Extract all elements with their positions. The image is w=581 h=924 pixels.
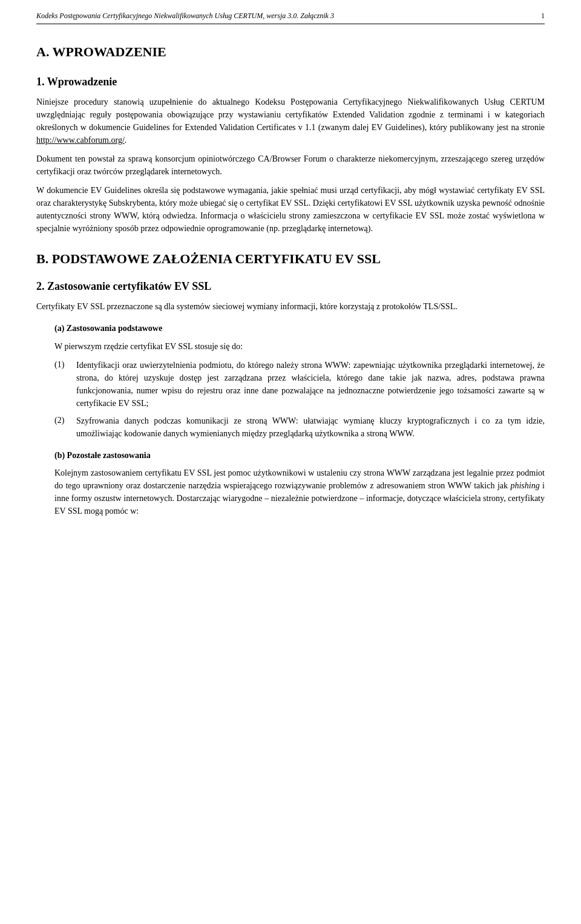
section-a-heading: A. WPROWADZENIE (36, 42, 545, 62)
phishing-italic: phishing (510, 481, 539, 490)
subsection-1-title: 1. Wprowadzenie (36, 74, 545, 90)
cabforum-link[interactable]: http://www.cabforum.org/ (36, 136, 125, 145)
header-page-number: 1 (541, 11, 545, 21)
page-header: Kodeks Postępowania Certyfikacyjnego Nie… (36, 11, 545, 24)
section-b-label: B. PODSTAWOWE ZAŁOŻENIA CERTYFIKATU EV S… (36, 251, 381, 266)
list-content-2: Szyfrowania danych podczas komunikacji z… (76, 414, 545, 440)
header-title: Kodeks Postępowania Certyfikacyjnego Nie… (36, 11, 334, 21)
subsection-2-intro: Certyfikaty EV SSL przeznaczone są dla s… (36, 300, 545, 313)
list-num-2: (2) (54, 414, 76, 440)
list-num-1: (1) (54, 359, 76, 410)
subsection-a-title: (a) Zastosowania podstawowe (36, 323, 545, 335)
intro-paragraph-1: Niniejsze procedury stanowią uzupełnieni… (36, 96, 545, 146)
subsection-a-list: (1) Identyfikacji oraz uwierzytelnienia … (36, 359, 545, 440)
subsection-b-title: (b) Pozostałe zastosowania (36, 450, 545, 462)
list-item: (1) Identyfikacji oraz uwierzytelnienia … (54, 359, 545, 410)
intro-paragraph-2: Dokument ten powstał za sprawą konsorcju… (36, 152, 545, 178)
intro-paragraph-3: W dokumencie EV Guidelines określa się p… (36, 184, 545, 235)
subsection-a-intro: W pierwszym rzędzie certyfikat EV SSL st… (36, 340, 545, 353)
page: Kodeks Postępowania Certyfikacyjnego Nie… (0, 0, 581, 924)
subsection-b-text: Kolejnym zastosowaniem certyfikatu EV SS… (36, 467, 545, 517)
list-item: (2) Szyfrowania danych podczas komunikac… (54, 414, 545, 440)
section-b-heading: B. PODSTAWOWE ZAŁOŻENIA CERTYFIKATU EV S… (36, 249, 545, 269)
subsection-2-title: 2. Zastosowanie certyfikatów EV SSL (36, 278, 545, 294)
list-content-1: Identyfikacji oraz uwierzytelnienia podm… (76, 359, 545, 410)
